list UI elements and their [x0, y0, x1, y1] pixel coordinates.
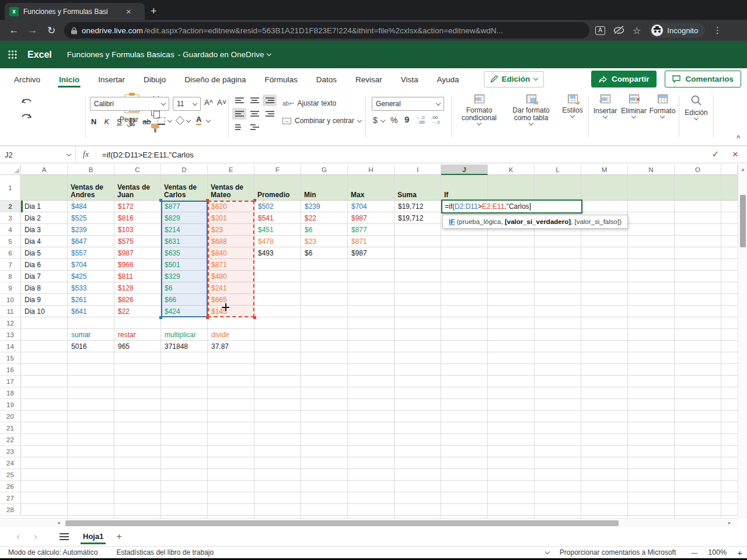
ribbon-tab-dibujo[interactable]: Dibujo [134, 70, 175, 89]
align-middle-button[interactable] [247, 94, 261, 106]
ribbon-tab-inicio[interactable]: Inicio [50, 70, 89, 89]
row-header-10[interactable]: 10 [0, 294, 21, 306]
wrap-text-button[interactable]: ab↩ Ajustar texto [282, 99, 336, 107]
next-sheet-icon[interactable]: › [27, 531, 44, 542]
column-header-L[interactable]: L [535, 164, 581, 175]
font-name-select[interactable]: Calibri [90, 97, 169, 111]
row-header-5[interactable]: 5 [0, 236, 21, 247]
cell-D11[interactable]: $424 [162, 306, 207, 317]
borders-icon[interactable] [158, 117, 165, 125]
cell-I2[interactable]: $19,712 [395, 201, 441, 212]
cell-D2[interactable]: $877 [162, 201, 207, 212]
cell-D4[interactable]: $214 [162, 224, 207, 236]
header-label-C1[interactable]: Ventas de Juan [114, 175, 161, 201]
shrink-font-button[interactable]: A˅ [217, 98, 226, 107]
header-label-H1[interactable]: Max [348, 175, 395, 201]
cell-E8[interactable]: $480 [208, 271, 254, 282]
ribbon-tab-vista[interactable]: Vista [392, 70, 428, 89]
vertical-scroll-thumb[interactable] [740, 195, 746, 247]
cell-A7[interactable]: Dia 6 [22, 259, 67, 271]
merge-center-button[interactable]: ↔ Combinar y centrar [282, 117, 361, 125]
row-header-22[interactable]: 22 [0, 434, 21, 446]
bookmark-star-icon[interactable]: ☆ [633, 25, 641, 36]
row-header-13[interactable]: 13 [0, 329, 21, 341]
row-header-26[interactable]: 26 [0, 481, 21, 492]
sheet-list-icon[interactable] [60, 533, 69, 540]
cell-H2[interactable]: $704 [348, 201, 394, 212]
zoom-level[interactable]: 100% [708, 548, 727, 556]
formula-input[interactable]: =if(D2:D11>E2:E11,"Carlos [96, 150, 707, 159]
cell-G6[interactable]: $6 [302, 247, 347, 259]
cell-E6[interactable]: $840 [208, 247, 254, 259]
cell-E11[interactable]: $145 [208, 306, 254, 317]
align-bottom-button[interactable] [263, 94, 277, 106]
cell-editor-J2[interactable]: =if(D2:D11>E2:E11,"Carlos [441, 200, 582, 214]
cell-C13[interactable]: restar [115, 329, 160, 341]
format-as-table-button[interactable]: Dar formato como tabla [503, 94, 559, 125]
document-title[interactable]: Funciones y Formulas Basicas - Guardado … [67, 50, 271, 59]
cell-I3[interactable]: $19,712 [395, 212, 441, 224]
ribbon-tab-fórmulas[interactable]: Fórmulas [255, 70, 306, 89]
add-sheet-icon[interactable]: + [116, 531, 121, 542]
row-header-7[interactable]: 7 [0, 259, 21, 271]
row-header-2[interactable]: 2 [0, 201, 21, 212]
cell-F3[interactable]: $541 [255, 212, 301, 224]
comments-button[interactable]: Comentarios [665, 71, 741, 88]
row-header-11[interactable]: 11 [0, 306, 21, 317]
cell-B9[interactable]: $533 [68, 282, 114, 294]
cell-E2[interactable]: $620 [208, 201, 254, 212]
cell-B5[interactable]: $647 [68, 236, 114, 247]
header-label-I1[interactable]: Suma [395, 175, 441, 201]
cell-A3[interactable]: Dia 2 [22, 212, 67, 224]
cell-G5[interactable]: $23 [302, 236, 347, 247]
cell-B13[interactable]: sumar [68, 329, 114, 341]
editing-button[interactable]: Edición [683, 94, 710, 120]
cell-H5[interactable]: $871 [348, 236, 394, 247]
fill-color-icon[interactable] [176, 116, 185, 125]
cell-C6[interactable]: $987 [115, 247, 160, 259]
column-header-G[interactable]: G [301, 164, 348, 175]
collapse-ribbon-icon[interactable]: ^ [736, 134, 740, 141]
row-header-27[interactable]: 27 [0, 492, 21, 504]
tooltip-function-link[interactable]: IF [449, 218, 455, 225]
column-header-B[interactable]: B [68, 164, 114, 175]
align-left-button[interactable] [232, 108, 246, 120]
column-header-A[interactable]: A [21, 164, 68, 175]
row-header-4[interactable]: 4 [0, 224, 21, 236]
column-header-E[interactable]: E [208, 164, 254, 175]
align-center-button[interactable] [247, 108, 261, 120]
ribbon-tab-revisar[interactable]: Revisar [346, 70, 392, 89]
fx-icon[interactable]: fx [76, 150, 96, 159]
header-label-F1[interactable]: Promedio [254, 175, 301, 201]
column-header-I[interactable]: I [395, 164, 441, 175]
cell-E14[interactable]: 37.87 [208, 341, 254, 352]
column-header-C[interactable]: C [114, 164, 161, 175]
cell-H4[interactable]: $877 [348, 224, 394, 236]
cell-E13[interactable]: dividir [208, 329, 254, 341]
cell-A10[interactable]: Dia 9 [22, 294, 67, 306]
cell-C9[interactable]: $128 [115, 282, 160, 294]
row-header-9[interactable]: 9 [0, 282, 21, 294]
cell-A11[interactable]: Dia 10 [22, 306, 67, 317]
cell-G3[interactable]: $22 [302, 212, 347, 224]
column-header-F[interactable]: F [254, 164, 301, 175]
column-header-J[interactable]: J [441, 164, 488, 175]
column-header-D[interactable]: D [161, 164, 208, 175]
url-bar[interactable]: onedrive.live.com/edit.aspx?action=editn… [64, 22, 589, 38]
cell-B10[interactable]: $261 [68, 294, 114, 306]
decrease-decimal-button[interactable]: ←.0.00 [416, 116, 425, 125]
sheet-tab-hoja1[interactable]: Hoja1 [77, 528, 109, 545]
cell-C10[interactable]: $826 [115, 294, 160, 306]
cell-C5[interactable]: $575 [115, 236, 160, 247]
font-color-icon[interactable]: A [196, 116, 201, 125]
format-cells-button[interactable]: Formato [648, 94, 676, 118]
cell-C2[interactable]: $172 [115, 201, 160, 212]
vertical-scrollbar[interactable]: ▲ [738, 164, 747, 518]
align-top-button[interactable] [232, 94, 246, 106]
cell-D14[interactable]: 371848 [162, 341, 207, 352]
cell-B2[interactable]: $484 [68, 201, 114, 212]
cell-C4[interactable]: $103 [115, 224, 160, 236]
edit-mode-dropdown[interactable]: Edición [484, 71, 544, 88]
grow-font-button[interactable]: A^ [204, 98, 213, 107]
scroll-right-icon[interactable]: ▸ [728, 520, 731, 526]
